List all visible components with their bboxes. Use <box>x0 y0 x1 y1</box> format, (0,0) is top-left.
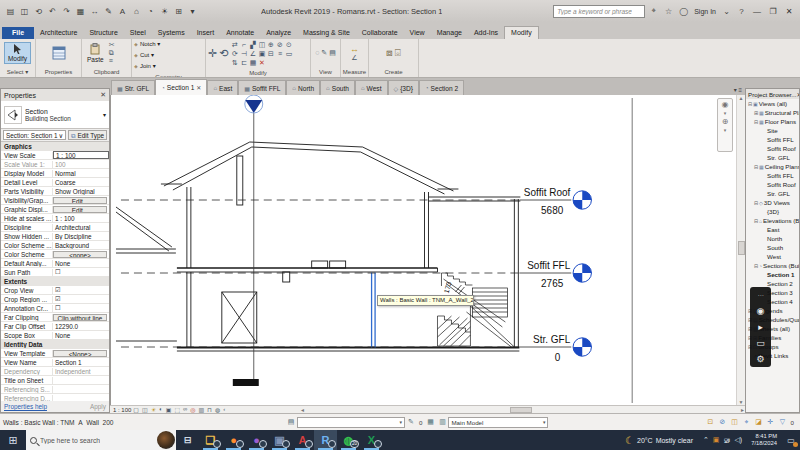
property-row[interactable]: Scope Box None <box>1 331 109 340</box>
clipboard-panel-label[interactable]: Clipboard <box>82 67 131 77</box>
user-icon[interactable]: ◯ <box>677 7 690 16</box>
create-group-icon[interactable]: ⧈ <box>386 47 392 59</box>
select-by-face-icon[interactable]: ◪ <box>753 418 765 426</box>
browser-tree-item[interactable]: North <box>746 234 799 243</box>
active-workset-select[interactable]: ▾ <box>297 417 405 428</box>
camera-icon[interactable]: ◉ <box>757 306 765 316</box>
property-value[interactable]: Architectural <box>53 224 109 231</box>
property-value[interactable]: Section 1 <box>53 359 109 366</box>
browser-tree-item[interactable]: Soffit Roof <box>746 180 799 189</box>
restore-button[interactable]: ❐ <box>766 7 780 16</box>
ribbon-tab[interactable]: Modify <box>504 26 539 39</box>
browser-tree-item[interactable]: Soffit FFL <box>746 135 799 144</box>
property-row[interactable]: View Template <None> <box>1 349 109 358</box>
worksets-icon[interactable]: ▤ <box>285 418 297 426</box>
property-value[interactable]: <none> <box>53 251 107 258</box>
paste-button[interactable]: Paste <box>84 42 107 64</box>
select-underlay-icon[interactable]: ◫ <box>729 418 741 426</box>
ribbon-tab[interactable]: Architecture <box>34 27 83 39</box>
exclude-options-icon[interactable]: ⊡ <box>705 418 717 426</box>
property-value[interactable]: 12290.0 <box>53 323 109 330</box>
level-heads[interactable] <box>573 191 591 356</box>
properties-help-link[interactable]: Properties help <box>4 403 47 410</box>
modify-panel-label[interactable]: Modify <box>206 68 310 77</box>
modify-tool-icon[interactable]: ⌐ <box>239 40 248 49</box>
property-row[interactable]: Color Scheme ... Background <box>1 241 109 250</box>
ribbon-tab[interactable]: Insert <box>191 27 221 39</box>
action-center-button[interactable]: ▭ <box>782 430 800 450</box>
property-row[interactable]: Sun Path ☐ <box>1 268 109 277</box>
property-row[interactable]: Parts Visibility Show Original <box>1 187 109 196</box>
property-row[interactable]: View Name Section 1 <box>1 358 109 367</box>
select-panel-label[interactable]: Select ▾ <box>0 67 35 77</box>
app-store-icon[interactable]: ⌄ <box>720 7 733 16</box>
select-links-icon[interactable]: ⊘ <box>717 418 729 426</box>
add-to-set-icon[interactable]: ▥ <box>436 418 448 426</box>
property-row[interactable]: Extents <box>1 277 109 286</box>
browser-tree-item[interactable]: Site <box>746 126 799 135</box>
qat-icon[interactable]: ↶ <box>46 7 59 16</box>
move-icon[interactable]: ✛ <box>208 47 217 60</box>
browser-tree-item[interactable]: ⊟ ◔ Sections (Building Section) <box>746 261 799 270</box>
property-row[interactable]: Color Scheme <none> <box>1 250 109 259</box>
communication-center-icon[interactable]: ☆ <box>662 7 675 16</box>
browser-tree-item[interactable]: {3D} <box>746 207 799 216</box>
qat-icon[interactable]: ⌂ <box>130 7 143 16</box>
ribbon-tab[interactable]: Analyze <box>260 27 297 39</box>
property-value[interactable]: None <box>53 260 109 267</box>
property-row[interactable]: Identity Data <box>1 340 109 349</box>
view-tab[interactable]: ⌂ South ✕ <box>320 80 355 95</box>
onedrive-icon[interactable]: ▣ <box>713 436 720 444</box>
modify-tool-icon[interactable]: ▞ <box>248 40 257 49</box>
view-tab[interactable]: ◇ {3D} ✕ <box>388 80 419 95</box>
browser-tree-item[interactable]: South <box>746 243 799 252</box>
property-value[interactable]: Edit... <box>53 197 107 204</box>
properties-panel-label[interactable]: Properties <box>36 67 81 77</box>
view-tab[interactable]: ◔ Section 1 ✕ <box>155 79 207 95</box>
property-row[interactable]: Crop View ☑ <box>1 286 109 295</box>
view-control-icon[interactable]: ☀ <box>151 406 156 413</box>
ribbon-tab[interactable]: Add-Ins <box>468 27 504 39</box>
record-icon[interactable]: ▸ <box>758 322 763 332</box>
start-button[interactable]: ⊞ <box>0 430 26 450</box>
browser-tree-item[interactable]: West <box>746 252 799 261</box>
property-row[interactable]: Dependency Independent <box>1 367 109 376</box>
browser-tree-item[interactable]: ⊟ ⌂ Elevations (Building Elevation) <box>746 216 799 225</box>
view-control-icon[interactable]: ▢ <box>133 406 139 413</box>
qat-icon[interactable]: A <box>116 7 129 16</box>
qat-icon[interactable]: ▤ <box>4 7 17 16</box>
taskbar-app-icon[interactable]: ● <box>222 430 245 450</box>
editable-only-icon[interactable]: ✎ <box>405 418 417 426</box>
screen-capture-overlay[interactable]: ⋯ ◉ ▸ ▭ ⚙ <box>750 287 771 367</box>
view-tab[interactable]: ⌂ West ✕ <box>355 80 388 95</box>
chevron-down-icon[interactable]: ▾ <box>724 110 727 116</box>
property-row[interactable]: Graphics <box>1 142 109 151</box>
modify-tool-icon[interactable]: ⟳ <box>230 49 239 58</box>
view-tab-list-dropdown-icon[interactable]: ▾ ≡ <box>731 86 745 95</box>
browser-tree-item[interactable]: Section 1 <box>746 270 799 279</box>
property-value[interactable]: Clip without line <box>53 314 107 321</box>
property-row[interactable]: Discipline Architectural <box>1 223 109 232</box>
hidden-icons-chevron[interactable]: ⌃ <box>703 436 709 444</box>
property-value[interactable]: 100 <box>53 161 109 168</box>
browser-tree-item[interactable]: Soffit FFL <box>746 171 799 180</box>
help-search-input[interactable]: Type a keyword or phrase <box>553 5 645 18</box>
browser-tree-item[interactable]: Str. GFL <box>746 189 799 198</box>
linework-icon[interactable]: ▤ <box>329 49 336 57</box>
measure-angle-icon[interactable]: ∠ <box>351 54 357 62</box>
hide-elements-icon[interactable]: ◌ <box>315 49 319 57</box>
modify-tool-icon[interactable]: ⇄ <box>230 40 239 49</box>
view-control-icon[interactable]: ▣ <box>166 406 172 413</box>
property-row[interactable]: Crop Region ... ☑ <box>1 295 109 304</box>
geometry-tool[interactable]: ⌖Join ▾ <box>134 62 156 71</box>
taskbar-app-icon[interactable]: ▣ <box>268 430 291 450</box>
modify-tool-icon[interactable]: ≡ <box>275 49 284 58</box>
sign-in-button[interactable]: Sign In <box>694 8 716 15</box>
project-browser-close-icon[interactable]: ✕ <box>796 91 799 98</box>
modify-tool-icon[interactable]: ▣ <box>257 49 266 58</box>
browser-tree-item[interactable]: ⊟ ▣ Views (all) <box>746 99 799 108</box>
browser-tree-item[interactable]: Str. GFL <box>746 153 799 162</box>
browser-tree-item[interactable]: ⊟ ◇ 3D Views <box>746 198 799 207</box>
drag-on-selection-icon[interactable]: ✛ <box>765 418 777 426</box>
taskbar-app-icon[interactable]: R <box>314 430 337 450</box>
